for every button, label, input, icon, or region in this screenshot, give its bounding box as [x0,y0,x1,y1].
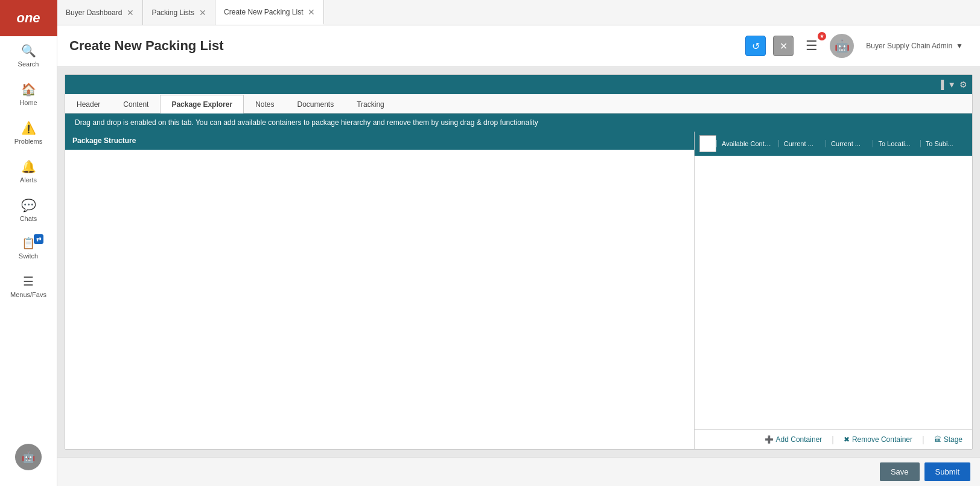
select-all-checkbox[interactable] [699,135,716,152]
close-tab-buyer-dashboard[interactable]: ✕ [127,8,134,17]
tab-notes[interactable]: Notes [244,95,285,114]
sidebar-avatar-area: 🤖 [15,444,42,478]
avatar-icon: 🤖 [22,450,35,464]
panel-settings-icon[interactable]: ⚙ [959,80,967,89]
tab-package-explorer[interactable]: Package Explorer [160,95,244,114]
plus-icon: ➕ [765,435,774,444]
sidebar: one 🔍 Search 🏠 Home ⚠️ Problems 🔔 Alerts… [0,0,57,486]
stage-label: Stage [944,435,962,444]
page-header: Create New Packing List ↺ ✕ ☰ ★ 🤖 Buyer … [57,25,980,67]
search-icon: 🔍 [21,43,36,58]
content-area: ▐ ▼ ⚙ Header Content Package Explorer No… [57,67,980,457]
close-icon: ✕ [780,40,788,52]
add-container-label: Add Container [776,435,822,444]
remove-container-label: Remove Container [852,435,912,444]
home-icon: 🏠 [21,82,36,97]
close-button[interactable]: ✕ [773,36,794,56]
avatar-icon: 🤖 [835,39,850,53]
footer-divider-1: | [832,435,834,444]
tab-label: Tracking [357,100,384,109]
add-container-action[interactable]: ➕ Add Container [765,435,822,444]
tab-label: Notes [255,100,274,109]
tab-buyer-dashboard[interactable]: Buyer Dashboard ✕ [57,0,143,25]
refresh-button[interactable]: ↺ [745,36,766,56]
panel-dropdown-icon[interactable]: ▼ [947,80,956,89]
sidebar-item-problems[interactable]: ⚠️ Problems [0,114,57,152]
sidebar-item-label: Alerts [20,176,37,184]
col-current-2: Current ... [826,140,873,147]
stage-icon: 🏛 [934,435,941,444]
tab-tracking[interactable]: Tracking [345,95,396,114]
switch-icon: 📋 [22,237,35,250]
sidebar-item-label: Home [19,99,37,106]
tab-create-new-packing[interactable]: Create New Packing List ✕ [215,0,324,25]
chevron-down-icon: ▼ [956,42,963,50]
sidebar-item-chats[interactable]: 💬 Chats [0,191,57,229]
explorer-body: Package Structure Available Containers C… [65,132,972,449]
close-tab-packing-lists[interactable]: ✕ [199,8,206,17]
panel-header-bar: ▐ ▼ ⚙ [65,75,972,94]
close-tab-create-new-packing[interactable]: ✕ [308,8,315,16]
tab-label: Create New Packing List [224,8,303,16]
save-button[interactable]: Save [880,462,920,481]
app-logo[interactable]: one [0,0,57,36]
submit-button[interactable]: Submit [924,462,970,481]
stage-action[interactable]: 🏛 Stage [934,435,962,444]
sidebar-item-alerts[interactable]: 🔔 Alerts [0,152,57,191]
sidebar-item-label: Switch [19,252,38,260]
structure-body[interactable] [65,150,694,449]
remove-container-action[interactable]: ✖ Remove Container [844,435,912,444]
sidebar-item-label: Menus/Favs [10,291,46,298]
package-structure-panel: Package Structure [65,132,695,449]
sidebar-item-switch[interactable]: 📋 ⇄ Switch [0,229,57,267]
containers-header: Available Containers Current ... Current… [695,132,972,156]
footer-divider-2: | [922,435,924,444]
tab-label: Content [123,100,148,109]
sidebar-item-label: Problems [14,138,42,145]
tab-header[interactable]: Header [65,95,112,114]
tab-label: Buyer Dashboard [66,8,122,17]
tab-label: Packing Lists [151,8,194,17]
sidebar-item-home[interactable]: 🏠 Home [0,75,57,114]
tab-packing-lists[interactable]: Packing Lists ✕ [143,0,215,25]
refresh-icon: ↺ [752,40,760,52]
tab-label: Documents [297,100,334,109]
page-title: Create New Packing List [69,38,738,54]
col-current-1: Current ... [778,140,826,147]
tab-bar: Buyer Dashboard ✕ Packing Lists ✕ Create… [57,0,980,25]
tab-content[interactable]: Content [112,95,160,114]
sidebar-user-avatar[interactable]: 🤖 [15,444,42,470]
menus-icon: ☰ [23,274,34,289]
inner-tabs: Header Content Package Explorer Notes Do… [65,94,972,114]
sidebar-item-search[interactable]: 🔍 Search [0,36,57,75]
explorer-footer: ➕ Add Container | ✖ Remove Container | 🏛… [695,429,972,449]
notification-badge: ★ [818,32,826,40]
remove-icon: ✖ [844,435,850,444]
main-area: Buyer Dashboard ✕ Packing Lists ✕ Create… [57,0,980,486]
switch-badge: ⇄ [34,234,43,244]
col-to-location: To Locati... [873,140,920,147]
tab-documents[interactable]: Documents [285,95,345,114]
problems-icon: ⚠️ [21,121,36,135]
content-panel: ▐ ▼ ⚙ Header Content Package Explorer No… [65,74,973,450]
containers-body [695,156,972,429]
structure-title: Package Structure [72,136,136,145]
panel-column-icon[interactable]: ▐ [938,80,944,89]
containers-panel: Available Containers Current ... Current… [695,132,972,449]
structure-header: Package Structure [65,132,694,150]
chats-icon: 💬 [21,198,36,213]
alerts-icon: 🔔 [21,159,36,174]
sidebar-item-menus[interactable]: ☰ Menus/Favs [0,267,57,305]
drag-drop-message: Drag and drop is enabled on this tab. Yo… [65,114,972,132]
tab-label: Package Explorer [171,100,232,109]
sidebar-item-label: Chats [20,215,37,222]
user-name: Buyer Supply Chain Admin [866,42,952,50]
user-dropdown[interactable]: Buyer Supply Chain Admin ▼ [861,39,968,53]
hamburger-area: ☰ ★ [801,36,822,56]
page-footer: Save Submit [57,457,980,486]
tab-label: Header [77,100,100,109]
user-avatar: 🤖 [830,34,854,58]
sidebar-item-label: Search [18,60,39,68]
col-available-containers: Available Containers [716,140,778,147]
col-to-sub: To Subi... [920,140,967,147]
